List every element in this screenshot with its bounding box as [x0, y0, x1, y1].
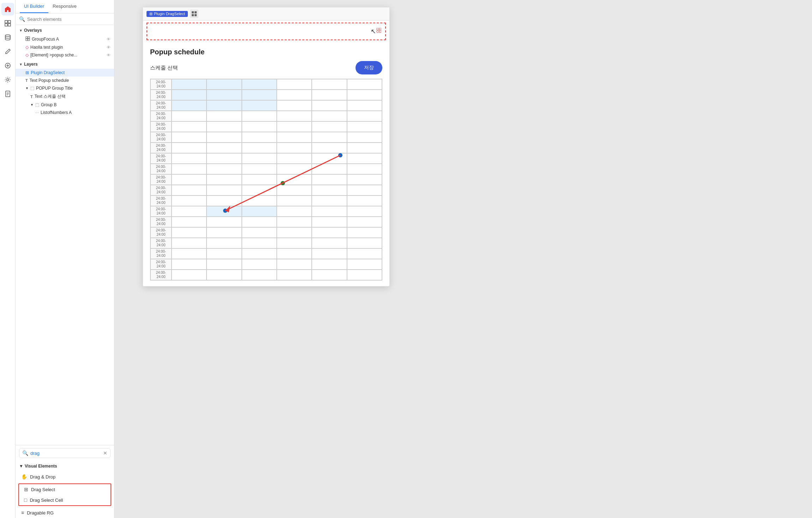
cell-9-3[interactable] — [277, 174, 312, 185]
cell-5-3[interactable] — [277, 132, 312, 143]
cell-13-5[interactable] — [347, 217, 382, 227]
eye-icon-haolla[interactable]: 👁 — [107, 45, 111, 49]
cell-15-1[interactable] — [207, 238, 241, 248]
cell-4-0[interactable] — [172, 121, 207, 132]
cell-2-5[interactable] — [347, 100, 382, 111]
cell-7-2[interactable] — [242, 153, 277, 164]
cell-13-1[interactable] — [207, 217, 241, 227]
cell-1-4[interactable] — [312, 90, 347, 100]
layer-groupfocus-a[interactable]: GroupFocus A 👁 — [16, 35, 114, 43]
cell-15-4[interactable] — [312, 238, 347, 248]
cell-18-3[interactable] — [277, 270, 312, 280]
cell-0-5[interactable] — [347, 79, 382, 90]
cell-10-2[interactable] — [242, 185, 277, 195]
layer-haolla[interactable]: ◇ Haolla test plugin 👁 — [16, 43, 114, 51]
cell-3-2[interactable] — [242, 111, 277, 121]
cell-4-1[interactable] — [207, 121, 241, 132]
cell-8-2[interactable] — [242, 164, 277, 174]
cell-6-4[interactable] — [312, 143, 347, 153]
cell-6-3[interactable] — [277, 143, 312, 153]
cell-0-1[interactable] — [207, 79, 241, 90]
cell-6-0[interactable] — [172, 143, 207, 153]
cell-2-4[interactable] — [312, 100, 347, 111]
cell-5-5[interactable] — [347, 132, 382, 143]
cell-2-0[interactable] — [172, 100, 207, 111]
cell-10-4[interactable] — [312, 185, 347, 195]
layer-group-b[interactable]: ▼ ⬚ Group B — [16, 101, 114, 109]
save-button[interactable]: 저장 — [356, 61, 382, 74]
settings-icon[interactable] — [1, 73, 14, 86]
cell-7-0[interactable] — [172, 153, 207, 164]
cell-18-2[interactable] — [242, 270, 277, 280]
cell-14-5[interactable] — [347, 227, 382, 238]
cell-5-4[interactable] — [312, 132, 347, 143]
cell-14-2[interactable] — [242, 227, 277, 238]
cell-8-4[interactable] — [312, 164, 347, 174]
logo-icon[interactable] — [1, 3, 14, 16]
cell-9-5[interactable] — [347, 174, 382, 185]
layer-plugin-dragselect[interactable]: ⊞ Plugin DragSelect — [16, 69, 114, 77]
cell-12-1[interactable] — [207, 206, 241, 217]
eye-icon-groupfocus[interactable]: 👁 — [107, 37, 111, 41]
clear-search-button[interactable]: ✕ — [103, 450, 107, 456]
cell-14-0[interactable] — [172, 227, 207, 238]
cell-9-0[interactable] — [172, 174, 207, 185]
cell-13-0[interactable] — [172, 217, 207, 227]
cell-15-3[interactable] — [277, 238, 312, 248]
cell-16-3[interactable] — [277, 248, 312, 259]
cell-0-3[interactable] — [277, 79, 312, 90]
cell-7-1[interactable] — [207, 153, 241, 164]
cell-11-1[interactable] — [207, 195, 241, 206]
cell-17-1[interactable] — [207, 259, 241, 270]
cell-13-2[interactable] — [242, 217, 277, 227]
cell-2-1[interactable] — [207, 100, 241, 111]
cell-14-1[interactable] — [207, 227, 241, 238]
database-icon[interactable] — [1, 31, 14, 44]
cell-0-0[interactable] — [172, 79, 207, 90]
cell-16-5[interactable] — [347, 248, 382, 259]
element-search-input[interactable] — [30, 451, 101, 456]
cell-17-0[interactable] — [172, 259, 207, 270]
cell-6-1[interactable] — [207, 143, 241, 153]
cell-3-4[interactable] — [312, 111, 347, 121]
cell-11-5[interactable] — [347, 195, 382, 206]
layer-element-popup[interactable]: ◇ [Element] >popup sche... 👁 — [16, 51, 114, 59]
cell-1-1[interactable] — [207, 90, 241, 100]
cell-13-4[interactable] — [312, 217, 347, 227]
cell-6-2[interactable] — [242, 143, 277, 153]
plugin-settings-button[interactable] — [190, 10, 198, 18]
cell-10-0[interactable] — [172, 185, 207, 195]
cell-10-1[interactable] — [207, 185, 241, 195]
file-icon[interactable] — [1, 88, 14, 100]
cell-7-4[interactable] — [312, 153, 347, 164]
cell-15-5[interactable] — [347, 238, 382, 248]
cell-12-5[interactable] — [347, 206, 382, 217]
layer-text-schedule[interactable]: T Text 스케줄 선택 — [16, 92, 114, 101]
cell-14-4[interactable] — [312, 227, 347, 238]
drag-select-cell-item[interactable]: □ Drag Select Cell — [19, 495, 111, 505]
search-input[interactable] — [27, 17, 111, 22]
cell-12-0[interactable] — [172, 206, 207, 217]
cell-0-2[interactable] — [242, 79, 277, 90]
pencil-icon[interactable] — [1, 45, 14, 58]
cell-17-3[interactable] — [277, 259, 312, 270]
cell-12-3[interactable] — [277, 206, 312, 217]
cell-1-3[interactable] — [277, 90, 312, 100]
cell-3-1[interactable] — [207, 111, 241, 121]
cell-18-5[interactable] — [347, 270, 382, 280]
cell-16-2[interactable] — [242, 248, 277, 259]
layer-list-numbers[interactable]: ··· ListofNumbers A — [16, 109, 114, 116]
cell-16-0[interactable] — [172, 248, 207, 259]
cell-17-4[interactable] — [312, 259, 347, 270]
cell-7-3[interactable] — [277, 153, 312, 164]
cell-5-2[interactable] — [242, 132, 277, 143]
tab-responsive[interactable]: Responsive — [48, 0, 81, 13]
tab-ui-builder[interactable]: UI Builder — [20, 0, 48, 13]
cell-3-5[interactable] — [347, 111, 382, 121]
cell-2-2[interactable] — [242, 100, 277, 111]
cell-4-2[interactable] — [242, 121, 277, 132]
cell-11-3[interactable] — [277, 195, 312, 206]
overlays-header[interactable]: ▼ Overlays — [16, 25, 114, 35]
cell-18-0[interactable] — [172, 270, 207, 280]
cell-7-5[interactable] — [347, 153, 382, 164]
